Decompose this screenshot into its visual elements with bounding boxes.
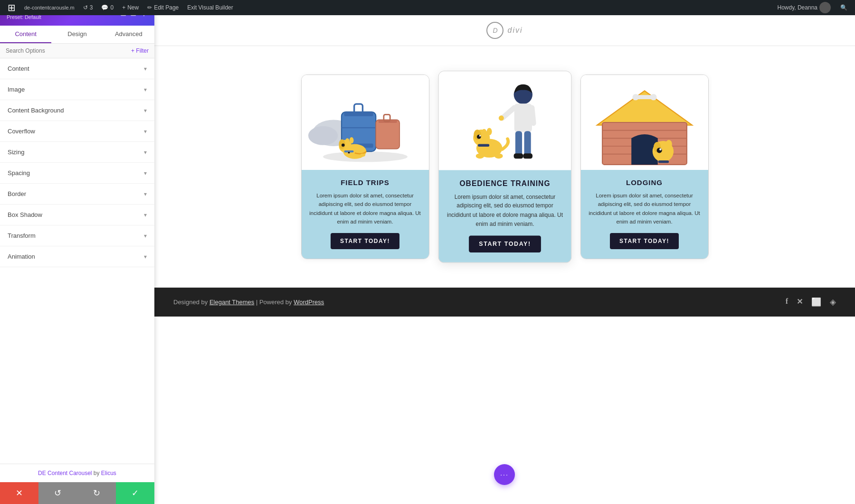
card-content-lodging: Lodging Lorem ipsum dolor sit amet, cons… bbox=[581, 170, 708, 259]
section-sizing-arrow: ▾ bbox=[144, 149, 147, 156]
section-border: Border ▾ bbox=[0, 184, 154, 205]
svg-point-16 bbox=[349, 137, 353, 143]
redo-button[interactable]: ↻ bbox=[77, 482, 116, 504]
undo-button[interactable]: ↺ bbox=[38, 482, 77, 504]
section-sizing-header[interactable]: Sizing ▾ bbox=[0, 142, 154, 162]
section-sizing: Sizing ▾ bbox=[0, 142, 154, 163]
exit-builder-bar[interactable]: Exit Visual Builder bbox=[183, 0, 237, 15]
carousel-card-field-trips: Field Trips Lorem ipsum dolor sit amet, … bbox=[301, 75, 429, 259]
wordpress-link[interactable]: WordPress bbox=[294, 299, 324, 306]
card-cta-obedience[interactable]: Start Today! bbox=[469, 235, 541, 252]
svg-point-53 bbox=[659, 148, 661, 150]
section-content-background-header[interactable]: Content Background ▾ bbox=[0, 100, 154, 121]
save-button[interactable]: ✓ bbox=[116, 482, 154, 504]
carousel-card-obedience: Obedience Training Lorem ipsum dolor sit… bbox=[438, 71, 571, 262]
svg-point-43 bbox=[632, 94, 638, 100]
card-title-lodging: Lodging bbox=[589, 178, 701, 187]
cancel-button[interactable]: ✕ bbox=[0, 482, 38, 504]
carousel-section: Field Trips Lorem ipsum dolor sit amet, … bbox=[154, 46, 855, 288]
new-bar[interactable]: + New bbox=[118, 0, 142, 15]
carousel-card-lodging: Lodging Lorem ipsum dolor sit amet, cons… bbox=[580, 75, 709, 259]
site-name-bar[interactable]: de-contentcarousle.m bbox=[20, 0, 78, 15]
svg-rect-27 bbox=[523, 153, 532, 159]
card-title-field-trips: Field Trips bbox=[309, 178, 421, 187]
section-content-background-arrow: ▾ bbox=[144, 107, 147, 114]
section-animation-header[interactable]: Animation ▾ bbox=[0, 246, 154, 267]
tab-content[interactable]: Content bbox=[0, 26, 51, 43]
svg-line-23 bbox=[532, 108, 533, 123]
main-content: D divi bbox=[154, 15, 855, 504]
fab-button[interactable]: ··· bbox=[494, 464, 515, 485]
footer-credit: Designed by Elegant Themes | Powered by … bbox=[173, 299, 324, 306]
section-content-background-label: Content Background bbox=[8, 107, 64, 114]
search-options-input[interactable] bbox=[6, 47, 131, 54]
section-border-header[interactable]: Border ▾ bbox=[0, 184, 154, 204]
filter-button[interactable]: + Filter bbox=[131, 47, 149, 54]
svg-rect-36 bbox=[478, 144, 489, 147]
section-border-label: Border bbox=[8, 190, 26, 197]
card-body-lodging: Lorem ipsum dolor sit amet, consectetur … bbox=[589, 191, 701, 226]
section-animation: Animation ▾ bbox=[0, 246, 154, 267]
section-image-label: Image bbox=[8, 86, 25, 93]
facebook-icon[interactable]: f bbox=[786, 297, 788, 307]
card-image-field-trips bbox=[302, 75, 429, 170]
wp-admin-bar: ⊞ de-contentcarousle.m ↺ 3 💬 0 + New ✏ E… bbox=[0, 0, 855, 15]
svg-point-17 bbox=[360, 154, 365, 157]
section-coverflow-label: Coverflow bbox=[8, 128, 35, 135]
edit-page-bar[interactable]: ✏ Edit Page bbox=[143, 0, 182, 15]
section-content: Content ▾ bbox=[0, 58, 154, 79]
card-body-field-trips: Lorem ipsum dolor sit amet, consectetur … bbox=[309, 191, 421, 226]
svg-point-55 bbox=[665, 140, 672, 149]
settings-panel: DE Content Carousel Settings Preset: Def… bbox=[0, 0, 154, 504]
card-content-obedience: Obedience Training Lorem ipsum dolor sit… bbox=[438, 170, 571, 262]
svg-point-44 bbox=[650, 94, 656, 100]
search-admin-icon[interactable]: 🔍 bbox=[836, 0, 851, 15]
twitter-icon[interactable]: ✕ bbox=[797, 297, 803, 307]
svg-point-19 bbox=[348, 151, 350, 153]
svg-point-37 bbox=[475, 153, 484, 159]
svg-rect-56 bbox=[658, 160, 668, 163]
instagram-icon[interactable]: ⬜ bbox=[811, 297, 821, 307]
card-image-obedience bbox=[438, 71, 571, 170]
card-body-obedience: Lorem ipsum dolor sit amet, consectetur … bbox=[446, 192, 563, 229]
svg-point-52 bbox=[656, 148, 662, 153]
plugin-link[interactable]: DE Content Carousel bbox=[38, 470, 92, 476]
section-image-header[interactable]: Image ▾ bbox=[0, 79, 154, 100]
section-transform-label: Transform bbox=[8, 232, 36, 239]
svg-rect-25 bbox=[524, 131, 531, 157]
svg-point-2 bbox=[308, 126, 338, 145]
section-coverflow: Coverflow ▾ bbox=[0, 121, 154, 142]
section-box-shadow-label: Box Shadow bbox=[8, 211, 42, 218]
svg-rect-8 bbox=[376, 120, 399, 149]
rss-icon[interactable]: ◈ bbox=[830, 297, 836, 307]
section-box-shadow-header[interactable]: Box Shadow ▾ bbox=[0, 205, 154, 225]
elegant-themes-link[interactable]: Elegant Themes bbox=[209, 299, 254, 306]
svg-line-22 bbox=[502, 108, 514, 118]
divi-logo: D divi bbox=[486, 22, 522, 39]
tab-design[interactable]: Design bbox=[51, 26, 103, 43]
section-box-shadow: Box Shadow ▾ bbox=[0, 205, 154, 225]
section-transform-header[interactable]: Transform ▾ bbox=[0, 225, 154, 246]
panel-sections-list: Content ▾ Image ▾ Content Background ▾ C… bbox=[0, 58, 154, 464]
section-image-arrow: ▾ bbox=[144, 86, 147, 93]
tab-advanced[interactable]: Advanced bbox=[103, 26, 154, 43]
card-title-obedience: Obedience Training bbox=[446, 179, 563, 187]
revisions-bar[interactable]: ↺ 3 bbox=[79, 0, 97, 15]
card-cta-field-trips[interactable]: Start Today! bbox=[331, 233, 399, 249]
svg-point-15 bbox=[345, 138, 349, 144]
card-image-lodging bbox=[581, 75, 708, 170]
wp-logo[interactable]: ⊞ bbox=[4, 0, 19, 15]
section-content-arrow: ▾ bbox=[144, 65, 147, 72]
section-content-header[interactable]: Content ▾ bbox=[0, 58, 154, 79]
section-coverflow-header[interactable]: Coverflow ▾ bbox=[0, 121, 154, 141]
divi-logo-circle: D bbox=[486, 22, 504, 39]
section-sizing-label: Sizing bbox=[8, 149, 24, 156]
comments-bar[interactable]: 💬 0 bbox=[97, 0, 117, 15]
author-link[interactable]: Elicus bbox=[101, 470, 116, 476]
svg-rect-24 bbox=[515, 131, 522, 157]
section-spacing-header[interactable]: Spacing ▾ bbox=[0, 163, 154, 183]
section-transform: Transform ▾ bbox=[0, 225, 154, 246]
section-content-label: Content bbox=[8, 65, 29, 72]
card-cta-lodging[interactable]: Start Today! bbox=[610, 233, 679, 249]
svg-rect-26 bbox=[513, 153, 523, 159]
